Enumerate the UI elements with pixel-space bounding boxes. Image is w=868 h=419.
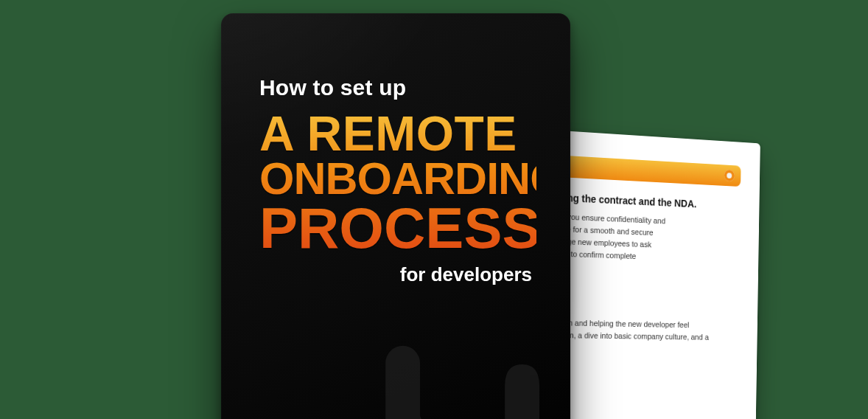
svg-rect-0	[385, 346, 420, 419]
headline-line-2: ONBOARDING	[259, 157, 536, 201]
rock-hand-icon	[314, 271, 570, 419]
bullet-circle-icon	[724, 170, 735, 181]
book-mockup: gning the contract and the NDA. ont, you…	[0, 0, 868, 419]
section-title: gning the contract and the NDA.	[553, 191, 741, 212]
headline-line-3: PROCESS	[259, 201, 536, 256]
body-text: ont, you ensure confidentiality and stag…	[552, 210, 741, 266]
book-cover: How to set up A REMOTE ONBOARDING PROCES…	[221, 13, 570, 419]
cover-headline: A REMOTE ONBOARDING PROCESS	[259, 111, 536, 256]
body-text: ession and helping the new developer fee…	[550, 316, 739, 344]
headline-line-1: A REMOTE	[259, 111, 536, 157]
cover-subtitle: for developers	[259, 263, 536, 286]
cover-intro: How to set up	[259, 75, 536, 100]
